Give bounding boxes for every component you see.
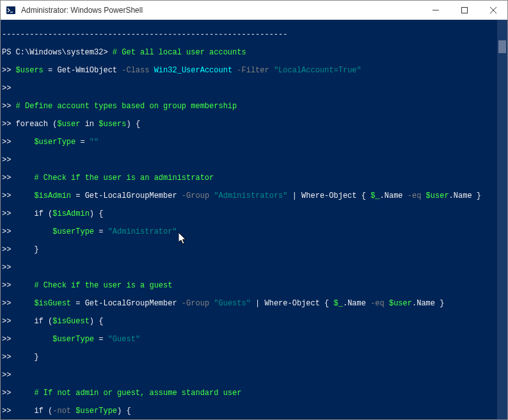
terminal-line: >> $isAdmin = Get-LocalGroupMember -Grou… bbox=[2, 191, 507, 200]
terminal-line: >> $isGuest = Get-LocalGroupMember -Grou… bbox=[2, 299, 507, 308]
terminal-line: >> $userType = "Guest" bbox=[2, 335, 507, 344]
terminal-line: >> if ($isAdmin) { bbox=[2, 209, 507, 218]
terminal-line: >> $users = Get-WmiObject -Class Win32_U… bbox=[2, 66, 507, 75]
terminal-line: >> bbox=[2, 84, 507, 93]
powershell-icon bbox=[6, 5, 16, 15]
window-title: Administrator: Windows PowerShell bbox=[21, 6, 421, 15]
terminal-line: >> bbox=[2, 371, 507, 380]
terminal-line: >> # Define account types based on group… bbox=[2, 102, 507, 111]
svg-rect-3 bbox=[461, 7, 467, 13]
terminal-line: >> if (-not $userType) { bbox=[2, 407, 507, 416]
svg-rect-0 bbox=[6, 6, 15, 14]
terminal-line: >> } bbox=[2, 353, 507, 362]
terminal-line: >> bbox=[2, 156, 507, 165]
scrollbar[interactable] bbox=[497, 20, 507, 419]
window-controls bbox=[421, 1, 507, 19]
close-button[interactable] bbox=[479, 1, 507, 19]
titlebar[interactable]: Administrator: Windows PowerShell bbox=[1, 1, 507, 20]
terminal-line: ----------------------------------------… bbox=[2, 30, 507, 39]
terminal-line: >> bbox=[2, 263, 507, 272]
terminal-line: >> $userType = "" bbox=[2, 138, 507, 147]
terminal-line: >> # Check if the user is an administrat… bbox=[2, 174, 507, 182]
terminal-body[interactable]: ----------------------------------------… bbox=[1, 20, 507, 419]
terminal-line: >> # If not admin or guest, assume stand… bbox=[2, 389, 507, 398]
terminal-line: >> foreach ($user in $users) { bbox=[2, 120, 507, 129]
scrollbar-thumb[interactable] bbox=[498, 40, 506, 53]
terminal-line: >> } bbox=[2, 245, 507, 254]
terminal-line: >> $userType = "Administrator" bbox=[2, 227, 507, 236]
terminal-line: >> # Check if the user is a guest bbox=[2, 281, 507, 290]
minimize-button[interactable] bbox=[421, 1, 450, 19]
terminal-line: PS C:\Windows\system32> # Get all local … bbox=[2, 48, 507, 57]
maximize-button[interactable] bbox=[450, 1, 479, 19]
terminal-line: >> if ($isGuest) { bbox=[2, 317, 507, 326]
powershell-window: Administrator: Windows PowerShell ------… bbox=[0, 0, 508, 420]
